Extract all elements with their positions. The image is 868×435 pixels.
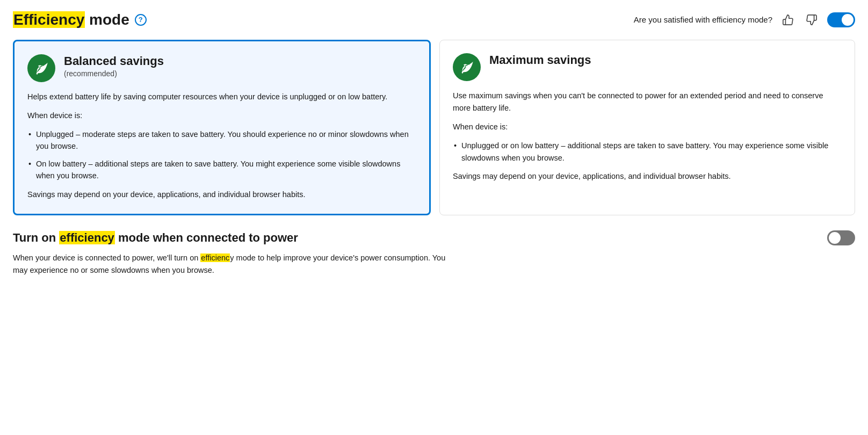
title-group: Efficiency mode ? bbox=[13, 11, 147, 29]
bottom-desc: When your device is connected to power, … bbox=[13, 252, 453, 277]
maximum-card-body: Use maximum savings when you can't be co… bbox=[453, 90, 842, 183]
bottom-desc-highlight: efficienc bbox=[200, 253, 230, 262]
maximum-when-device: When device is: bbox=[453, 121, 842, 133]
balanced-bullets: Unplugged – moderate steps are taken to … bbox=[27, 128, 416, 182]
balanced-card-header: Balanced savings (recommended) bbox=[27, 54, 416, 82]
balanced-title: Balanced savings bbox=[64, 54, 164, 68]
cards-row: Balanced savings (recommended) Helps ext… bbox=[13, 40, 855, 215]
satisfaction-text: Are you satisfied with efficiency mode? bbox=[634, 15, 772, 24]
maximum-bullet-1: Unplugged or on low battery – additional… bbox=[453, 140, 842, 164]
bottom-title-row: Turn on efficiency mode when connected t… bbox=[13, 230, 855, 245]
page-title: Efficiency mode bbox=[13, 11, 129, 29]
header-right: Are you satisfied with efficiency mode? bbox=[634, 12, 855, 28]
balanced-bullet-1: Unplugged – moderate steps are taken to … bbox=[27, 128, 416, 153]
maximum-desc1: Use maximum savings when you can't be co… bbox=[453, 90, 842, 114]
bottom-title-suffix: mode when connected to power bbox=[115, 231, 298, 244]
maximum-savings-note: Savings may depend on your device, appli… bbox=[453, 170, 842, 183]
maximum-savings-card[interactable]: Maximum savings Use maximum savings when… bbox=[439, 40, 855, 215]
bottom-title-highlight: efficiency bbox=[59, 231, 115, 244]
balanced-savings-note: Savings may depend on your device, appli… bbox=[27, 189, 416, 201]
balanced-leaf-icon bbox=[27, 54, 55, 82]
balanced-desc1: Helps extend battery life by saving comp… bbox=[27, 91, 416, 103]
maximum-leaf-icon bbox=[453, 53, 481, 81]
thumbs-down-button[interactable] bbox=[804, 12, 820, 28]
balanced-savings-card[interactable]: Balanced savings (recommended) Helps ext… bbox=[13, 40, 431, 215]
bottom-title: Turn on efficiency mode when connected t… bbox=[13, 231, 298, 245]
balanced-subtitle: (recommended) bbox=[64, 69, 164, 78]
maximum-card-header: Maximum savings bbox=[453, 53, 842, 81]
balanced-card-body: Helps extend battery life by saving comp… bbox=[27, 91, 416, 201]
bottom-title-prefix: Turn on bbox=[13, 231, 59, 244]
title-suffix: mode bbox=[85, 11, 129, 28]
help-icon[interactable]: ? bbox=[135, 14, 147, 26]
maximum-bullets: Unplugged or on low battery – additional… bbox=[453, 140, 842, 164]
balanced-title-group: Balanced savings (recommended) bbox=[64, 54, 164, 78]
maximum-title-group: Maximum savings bbox=[489, 53, 591, 67]
bottom-desc-prefix: When your device is connected to power, … bbox=[13, 253, 200, 262]
bottom-section: Turn on efficiency mode when connected t… bbox=[13, 230, 855, 277]
maximum-title: Maximum savings bbox=[489, 53, 591, 67]
thumbs-up-button[interactable] bbox=[780, 12, 796, 28]
power-connected-toggle[interactable] bbox=[827, 230, 855, 245]
balanced-when-device: When device is: bbox=[27, 110, 416, 122]
title-highlight: Efficiency bbox=[13, 11, 85, 28]
header-row: Efficiency mode ? Are you satisfied with… bbox=[13, 11, 855, 29]
main-efficiency-toggle[interactable] bbox=[827, 12, 855, 27]
balanced-bullet-2: On low battery – additional steps are ta… bbox=[27, 158, 416, 182]
